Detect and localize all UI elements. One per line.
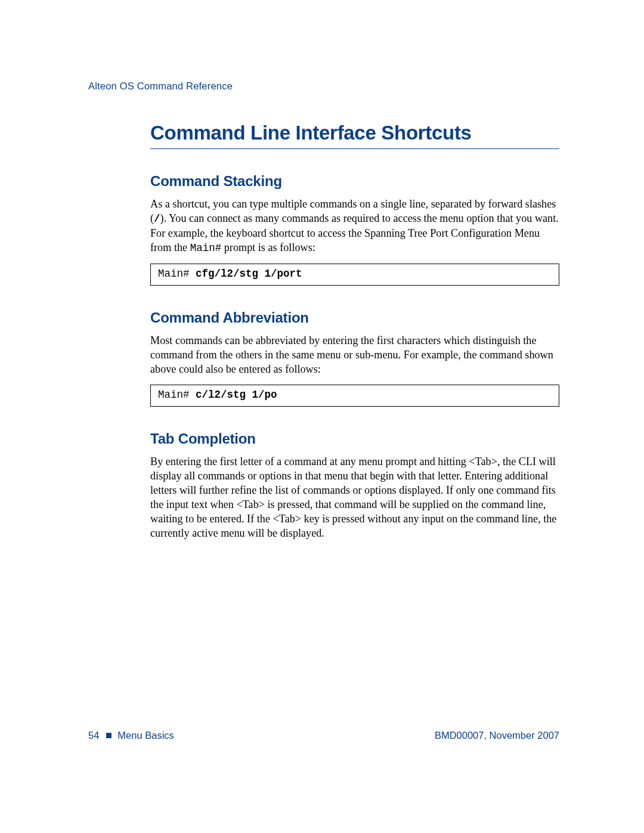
section-heading-stacking: Command Stacking: [150, 173, 559, 190]
code-prompt: Main#: [158, 268, 196, 280]
text: prompt is as follows:: [221, 241, 315, 253]
footer-left: 54 Menu Basics: [88, 730, 174, 741]
code-example-stacking: Main# cfg/l2/stg 1/port: [150, 264, 559, 286]
paragraph-abbrev: Most commands can be abbreviated by ente…: [150, 333, 559, 376]
chapter-name: Menu Basics: [117, 730, 174, 741]
square-bullet-icon: [106, 733, 112, 738]
paragraph-stacking: As a shortcut, you can type multiple com…: [150, 197, 559, 255]
code-command: c/l2/stg 1/po: [196, 389, 277, 401]
slash-literal: /: [154, 213, 160, 225]
page-number: 54: [88, 730, 99, 741]
footer-right: BMD00007, November 2007: [435, 730, 559, 741]
page-footer: 54 Menu Basics BMD00007, November 2007: [88, 730, 559, 741]
page-title: Command Line Interface Shortcuts: [150, 122, 559, 149]
section-heading-abbrev: Command Abbreviation: [150, 309, 559, 326]
section-heading-tab: Tab Completion: [150, 431, 559, 447]
code-command: cfg/l2/stg 1/port: [196, 268, 302, 280]
code-example-abbrev: Main# c/l2/stg 1/po: [150, 385, 559, 407]
page-content: Alteon OS Command Reference Command Line…: [88, 80, 559, 540]
running-head: Alteon OS Command Reference: [88, 80, 559, 92]
code-prompt: Main#: [158, 389, 196, 401]
paragraph-tab: By entering the first letter of a comman…: [150, 454, 559, 540]
prompt-inline: Main#: [190, 242, 222, 254]
